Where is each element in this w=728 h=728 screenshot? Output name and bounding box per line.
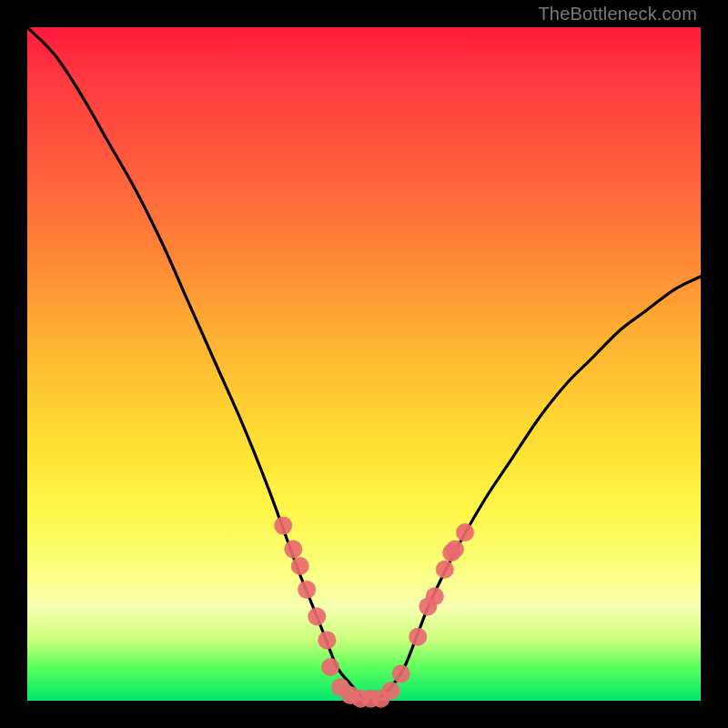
chart-marker bbox=[308, 608, 326, 626]
chart-marker bbox=[382, 682, 400, 700]
chart-frame: TheBottleneck.com bbox=[0, 0, 728, 728]
bottleneck-curve bbox=[27, 27, 701, 701]
chart-marker bbox=[426, 587, 444, 605]
chart-markers bbox=[274, 517, 474, 708]
chart-marker bbox=[321, 658, 339, 676]
chart-marker bbox=[291, 557, 309, 575]
chart-marker bbox=[284, 541, 302, 559]
chart-marker bbox=[274, 517, 292, 535]
chart-marker bbox=[436, 561, 454, 579]
watermark-text: TheBottleneck.com bbox=[538, 4, 697, 25]
chart-svg bbox=[27, 27, 701, 701]
chart-marker bbox=[456, 523, 474, 541]
chart-marker bbox=[446, 541, 464, 559]
chart-marker bbox=[298, 581, 316, 599]
chart-marker bbox=[409, 628, 427, 646]
chart-marker bbox=[392, 664, 410, 682]
plot-area bbox=[27, 27, 701, 701]
chart-marker bbox=[318, 631, 336, 649]
